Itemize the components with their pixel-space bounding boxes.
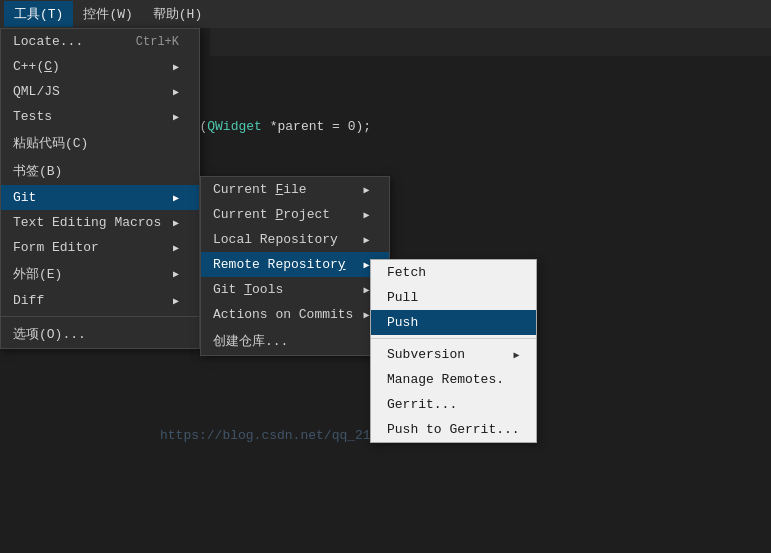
git-actions-commits[interactable]: Actions on Commits ▶ (201, 302, 389, 327)
menu-options[interactable]: 选项(O)... (1, 320, 199, 348)
git-create-repo[interactable]: 创建仓库... (201, 327, 389, 355)
menubar-item-tools[interactable]: 工具(T) (4, 1, 73, 27)
remote-repo-submenu: Fetch Pull Push Subversion ▶ Manage Remo… (370, 259, 537, 443)
menu-bar: 工具(T) 控件(W) 帮助(H) (0, 0, 771, 28)
remote-gerrit[interactable]: Gerrit... (371, 392, 536, 417)
menu-text-macros[interactable]: Text Editing Macros ▶ (1, 210, 199, 235)
menu-paste-code[interactable]: 粘贴代码(C) (1, 129, 199, 157)
menu-bookmarks[interactable]: 书签(B) (1, 157, 199, 185)
menu-git[interactable]: Git ▶ (1, 185, 199, 210)
remote-pull[interactable]: Pull (371, 285, 536, 310)
menu-form-editor[interactable]: Form Editor ▶ (1, 235, 199, 260)
menu-qmljs[interactable]: QML/JS ▶ (1, 79, 199, 104)
remote-fetch[interactable]: Fetch (371, 260, 536, 285)
tools-menu: Locate... Ctrl+K C++(C) ▶ QML/JS ▶ Tests… (0, 28, 200, 349)
menu-tests[interactable]: Tests ▶ (1, 104, 199, 129)
git-current-project[interactable]: Current Project ▶ (201, 202, 389, 227)
menu-locate[interactable]: Locate... Ctrl+K (1, 29, 199, 54)
git-local-repo[interactable]: Local Repository ▶ (201, 227, 389, 252)
remote-separator-1 (371, 338, 536, 339)
menubar-item-help[interactable]: 帮助(H) (143, 1, 212, 27)
git-remote-repo[interactable]: Remote Repository ▶ (201, 252, 389, 277)
menubar-item-controls[interactable]: 控件(W) (73, 1, 142, 27)
menu-diff[interactable]: Diff ▶ (1, 288, 199, 313)
git-current-file[interactable]: Current File ▶ (201, 177, 389, 202)
menu-external[interactable]: 外部(E) ▶ (1, 260, 199, 288)
remote-push-gerrit[interactable]: Push to Gerrit... (371, 417, 536, 442)
git-tools[interactable]: Git Tools ▶ (201, 277, 389, 302)
remote-manage[interactable]: Manage Remotes. (371, 367, 536, 392)
menu-cpp[interactable]: C++(C) ▶ (1, 54, 199, 79)
remote-subversion[interactable]: Subversion ▶ (371, 342, 536, 367)
menu-separator-1 (1, 316, 199, 317)
git-submenu: Current File ▶ Current Project ▶ Local R… (200, 176, 390, 356)
remote-push[interactable]: Push (371, 310, 536, 335)
